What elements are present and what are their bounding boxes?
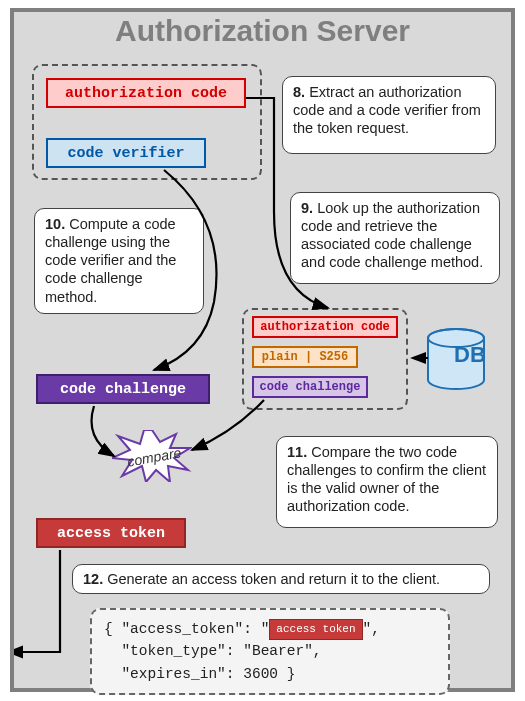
callout-10-text: Compute a code challenge using the code … — [45, 216, 176, 305]
record-method-chip: plain | S256 — [252, 346, 358, 368]
callout-step-11: 11. Compare the two code challenges to c… — [276, 436, 498, 528]
callout-8-text: Extract an authorization code and a code… — [293, 84, 481, 136]
json-line2: "token_type": "Bearer", — [104, 643, 322, 659]
callout-step-12: 12. Generate an access token and return … — [72, 564, 490, 594]
callout-11-text: Compare the two code challenges to confi… — [287, 444, 486, 514]
callout-12-num: 12. — [83, 571, 103, 587]
json-line3: "expires_in": 3600 } — [104, 666, 295, 682]
callout-11-num: 11. — [287, 444, 307, 460]
callout-step-10: 10. Compute a code challenge using the c… — [34, 208, 204, 314]
callout-8-num: 8. — [293, 84, 305, 100]
json-line1a: { "access_token": " — [104, 621, 269, 637]
json-access-token-chip: access token — [269, 619, 362, 640]
json-line1b: ", — [363, 621, 380, 637]
callout-9-text: Look up the authorization code and retri… — [301, 200, 483, 270]
page-title: Authorization Server — [14, 12, 511, 48]
callout-step-9: 9. Look up the authorization code and re… — [290, 192, 500, 284]
authorization-server-frame: Authorization Server authorization code … — [10, 8, 515, 692]
record-auth-code-chip: authorization code — [252, 316, 398, 338]
record-challenge-chip: code challenge — [252, 376, 368, 398]
access-token-chip: access token — [36, 518, 186, 548]
token-response-json: { "access_token": "access token", "token… — [90, 608, 450, 695]
callout-12-text: Generate an access token and return it t… — [107, 571, 440, 587]
code-verifier-chip: code verifier — [46, 138, 206, 168]
authorization-code-chip: authorization code — [46, 78, 246, 108]
computed-code-challenge-chip: code challenge — [36, 374, 210, 404]
callout-10-num: 10. — [45, 216, 65, 232]
callout-step-8: 8. Extract an authorization code and a c… — [282, 76, 496, 154]
callout-9-num: 9. — [301, 200, 313, 216]
database-label: DB — [454, 342, 486, 368]
